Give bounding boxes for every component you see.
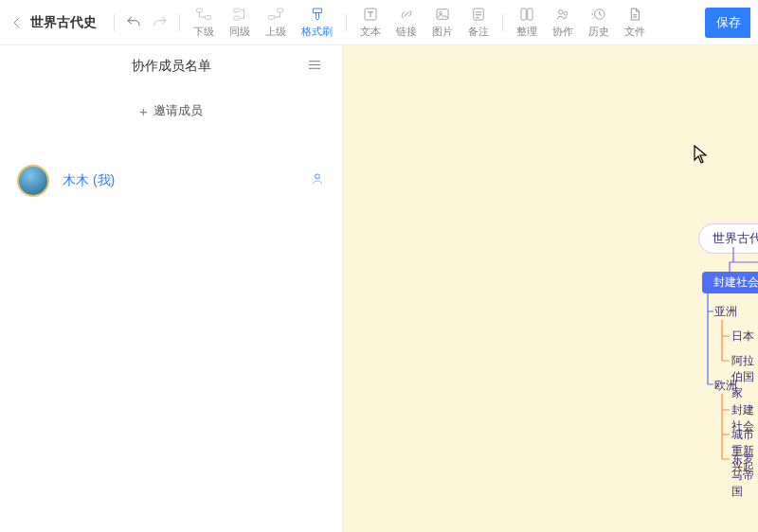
svg-rect-10 — [521, 9, 526, 20]
link-button[interactable]: 链接 — [388, 2, 424, 44]
format-brush-icon — [309, 6, 326, 23]
separator — [179, 14, 180, 31]
redo-icon — [152, 14, 169, 31]
text-icon — [362, 6, 379, 23]
svg-rect-1 — [206, 16, 211, 20]
organize-button[interactable]: 整理 — [509, 2, 545, 44]
collaborate-button[interactable]: 协作 — [545, 2, 581, 44]
separator — [114, 14, 115, 31]
mindmap-canvas[interactable]: 世界古代史 封建社会 文学与戏剧 文明的传播 亚洲 日本 阿拉伯国家 欧洲 封建… — [343, 45, 758, 532]
label: 图片 — [432, 25, 453, 39]
collapse-icon — [306, 59, 323, 72]
note-button[interactable]: 备注 — [460, 2, 496, 44]
svg-rect-7 — [437, 9, 448, 20]
svg-point-13 — [564, 11, 568, 15]
label: 整理 — [516, 25, 537, 39]
link-icon — [398, 6, 415, 23]
format-brush-button[interactable]: 格式刷 — [294, 2, 340, 44]
svg-rect-11 — [528, 9, 532, 20]
save-button[interactable]: 保存 — [705, 8, 750, 38]
svg-point-12 — [559, 10, 564, 15]
undo-icon — [125, 14, 142, 31]
mindmap-root[interactable]: 世界古代史 — [698, 223, 758, 254]
svg-rect-5 — [269, 16, 275, 20]
label: 协作 — [552, 25, 573, 39]
history-button[interactable]: 历史 — [581, 2, 617, 44]
body: 协作成员名单 + 邀请成员 木木 (我) 世界古代史 封建社会 文学与戏剧 文明… — [0, 45, 758, 532]
label: 格式刷 — [301, 25, 333, 39]
member-row[interactable]: 木木 (我) — [0, 153, 342, 208]
mindmap-lines — [343, 45, 758, 532]
history-icon — [590, 6, 607, 23]
redo-button[interactable] — [147, 2, 173, 44]
image-button[interactable]: 图片 — [424, 2, 460, 44]
mindmap-node[interactable]: 亚洲 — [714, 304, 737, 320]
cursor-icon — [694, 145, 709, 164]
chevron-left-icon — [10, 16, 24, 29]
organize-icon — [518, 6, 535, 23]
label: 文本 — [360, 25, 381, 39]
file-icon — [626, 6, 643, 23]
member-role-button[interactable] — [310, 171, 325, 190]
text-button[interactable]: 文本 — [352, 2, 388, 44]
label: 下级 — [193, 25, 214, 39]
top-toolbar: 世界古代史 下级 同级 上级 格式刷 文本 链接 图片 备注 — [0, 0, 758, 45]
person-icon — [310, 171, 325, 186]
member-name: 木木 (我) — [63, 172, 115, 189]
svg-point-8 — [440, 11, 442, 13]
collab-sidebar: 协作成员名单 + 邀请成员 木木 (我) — [0, 45, 343, 532]
branch-node[interactable]: 封建社会 — [702, 272, 758, 293]
separator — [346, 14, 347, 31]
mindmap-node[interactable]: 日本 — [731, 328, 754, 345]
sibling-node-icon — [231, 6, 248, 23]
parent-node-button[interactable]: 上级 — [258, 2, 294, 44]
invite-label: 邀请成员 — [153, 102, 203, 119]
label: 备注 — [468, 25, 489, 39]
plus-icon: + — [139, 103, 148, 119]
mindmap-node[interactable]: 欧洲 — [714, 378, 737, 394]
label: 文件 — [624, 25, 645, 39]
file-button[interactable]: 文件 — [617, 2, 653, 44]
svg-rect-2 — [234, 9, 240, 12]
invite-member-button[interactable]: + 邀请成员 — [0, 87, 342, 134]
document-title: 世界古代史 — [30, 14, 97, 31]
sidebar-title: 协作成员名单 — [132, 58, 211, 75]
parent-node-icon — [267, 6, 284, 23]
svg-point-15 — [316, 174, 320, 179]
label: 同级 — [229, 25, 250, 39]
image-icon — [434, 6, 451, 23]
sibling-node-button[interactable]: 同级 — [222, 2, 258, 44]
undo-button[interactable] — [120, 2, 147, 44]
collaborate-icon — [554, 6, 571, 23]
svg-rect-0 — [197, 9, 203, 12]
svg-rect-4 — [278, 9, 283, 12]
collapse-button[interactable] — [306, 59, 323, 75]
note-icon — [470, 6, 487, 23]
avatar — [17, 165, 49, 197]
separator — [502, 14, 503, 31]
child-node-icon — [195, 6, 212, 23]
child-node-button[interactable]: 下级 — [186, 2, 222, 44]
svg-rect-3 — [234, 16, 240, 20]
sidebar-title-row: 协作成员名单 — [0, 45, 342, 87]
label: 历史 — [588, 25, 609, 39]
label: 链接 — [396, 25, 417, 39]
back-button[interactable] — [8, 13, 27, 32]
label: 上级 — [265, 25, 286, 39]
mindmap-node[interactable]: 东罗马帝国 — [731, 452, 758, 500]
